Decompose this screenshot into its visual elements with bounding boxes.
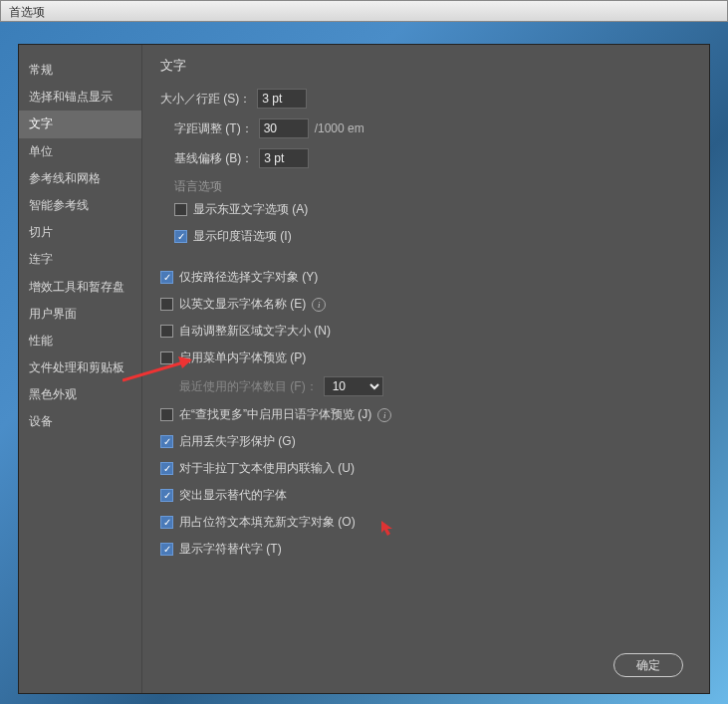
tracking-input[interactable] xyxy=(259,118,309,138)
menu-preview-label: 启用菜单内字体预览 (P) xyxy=(179,350,306,366)
language-section-label: 语言选项 xyxy=(174,178,691,195)
baseline-row: 基线偏移 (B)： xyxy=(174,148,691,168)
placeholder-fill-checkbox[interactable] xyxy=(160,516,173,529)
english-font-checkbox[interactable] xyxy=(160,298,173,311)
ok-button[interactable]: 确定 xyxy=(613,653,683,677)
indic-label: 显示印度语选项 (I) xyxy=(193,228,292,245)
jp-preview-label: 在“查找更多”中启用日语字体预览 (J) xyxy=(179,406,371,423)
checkbox-row-highlight-alt[interactable]: 突出显示替代的字体 xyxy=(160,487,691,504)
info-icon[interactable]: i xyxy=(312,298,326,312)
inline-input-checkbox[interactable] xyxy=(160,462,173,475)
ok-button-label: 确定 xyxy=(636,657,660,674)
size-input[interactable] xyxy=(257,89,307,109)
checkbox-row-auto-size[interactable]: 自动调整新区域文字大小 (N) xyxy=(160,323,691,340)
east-asian-checkbox[interactable] xyxy=(174,203,187,216)
placeholder-fill-label: 用占位符文本填充新文字对象 (O) xyxy=(179,514,356,531)
east-asian-checkbox-row[interactable]: 显示东亚文字选项 (A) xyxy=(174,201,691,218)
panel-heading: 文字 xyxy=(160,57,691,75)
checkbox-row-english-font[interactable]: 以英文显示字体名称 (E)i xyxy=(160,296,691,313)
sidebar-item-8[interactable]: 增效工具和暂存盘 xyxy=(19,274,141,301)
sidebar-item-12[interactable]: 黑色外观 xyxy=(19,381,141,408)
info-icon[interactable]: i xyxy=(377,408,391,422)
glyph-protect-label: 启用丢失字形保护 (G) xyxy=(179,433,296,450)
checkbox-row-placeholder-fill[interactable]: 用占位符文本填充新文字对象 (O) xyxy=(160,514,691,531)
sidebar-item-5[interactable]: 智能参考线 xyxy=(19,192,141,219)
sidebar-item-0[interactable]: 常规 xyxy=(19,57,141,84)
sidebar-item-4[interactable]: 参考线和网格 xyxy=(19,165,141,192)
recent-fonts-row: 最近使用的字体数目 (F)： 10 xyxy=(160,376,691,396)
baseline-label: 基线偏移 (B)： xyxy=(174,150,253,167)
checkbox-row-menu-preview[interactable]: 启用菜单内字体预览 (P) xyxy=(160,350,691,366)
window-title: 首选项 xyxy=(9,5,45,19)
menu-preview-checkbox[interactable] xyxy=(160,352,173,364)
sidebar-item-13[interactable]: 设备 xyxy=(19,408,141,435)
button-bar: 确定 xyxy=(613,653,683,677)
jp-preview-checkbox[interactable] xyxy=(160,408,173,421)
checkbox-row-jp-preview[interactable]: 在“查找更多”中启用日语字体预览 (J)i xyxy=(160,406,691,423)
glyph-protect-checkbox[interactable] xyxy=(160,435,173,448)
show-alt-glyph-checkbox[interactable] xyxy=(160,543,173,556)
baseline-input[interactable] xyxy=(259,148,309,168)
tracking-suffix: /1000 em xyxy=(315,121,364,135)
sidebar-item-6[interactable]: 切片 xyxy=(19,219,141,246)
sidebar: 常规选择和锚点显示文字单位参考线和网格智能参考线切片连字增效工具和暂存盘用户界面… xyxy=(19,45,142,693)
tracking-label: 字距调整 (T)： xyxy=(174,120,253,137)
sidebar-item-11[interactable]: 文件处理和剪贴板 xyxy=(19,354,141,381)
tracking-row: 字距调整 (T)： /1000 em xyxy=(174,118,691,138)
preferences-dialog: 常规选择和锚点显示文字单位参考线和网格智能参考线切片连字增效工具和暂存盘用户界面… xyxy=(18,44,710,694)
sidebar-item-3[interactable]: 单位 xyxy=(19,138,141,165)
inline-input-label: 对于非拉丁文本使用内联输入 (U) xyxy=(179,460,355,477)
path-select-checkbox[interactable] xyxy=(160,271,173,284)
recent-fonts-select[interactable]: 10 xyxy=(324,376,383,396)
indic-checkbox[interactable] xyxy=(174,230,187,243)
highlight-alt-label: 突出显示替代的字体 xyxy=(179,487,287,504)
titlebar: 首选项 xyxy=(0,0,728,22)
show-alt-glyph-label: 显示字符替代字 (T) xyxy=(179,541,282,558)
english-font-label: 以英文显示字体名称 (E) xyxy=(179,296,306,313)
sidebar-item-10[interactable]: 性能 xyxy=(19,328,141,354)
sidebar-item-9[interactable]: 用户界面 xyxy=(19,301,141,328)
auto-size-checkbox[interactable] xyxy=(160,325,173,338)
checkbox-row-path-select[interactable]: 仅按路径选择文字对象 (Y) xyxy=(160,269,691,286)
main-panel: 文字 大小／行距 (S)： 字距调整 (T)： /1000 em 基线偏移 (B… xyxy=(142,45,709,693)
size-row: 大小／行距 (S)： xyxy=(160,89,691,109)
checkbox-row-inline-input[interactable]: 对于非拉丁文本使用内联输入 (U) xyxy=(160,460,691,477)
auto-size-label: 自动调整新区域文字大小 (N) xyxy=(179,323,331,340)
checkbox-row-show-alt-glyph[interactable]: 显示字符替代字 (T) xyxy=(160,541,691,558)
size-label: 大小／行距 (S)： xyxy=(160,91,251,108)
recent-fonts-label: 最近使用的字体数目 (F)： xyxy=(179,378,318,395)
sidebar-item-2[interactable]: 文字 xyxy=(19,111,141,137)
sidebar-item-1[interactable]: 选择和锚点显示 xyxy=(19,84,141,111)
sidebar-item-7[interactable]: 连字 xyxy=(19,246,141,273)
east-asian-label: 显示东亚文字选项 (A) xyxy=(193,201,308,218)
path-select-label: 仅按路径选择文字对象 (Y) xyxy=(179,269,318,286)
indic-checkbox-row[interactable]: 显示印度语选项 (I) xyxy=(174,228,691,245)
highlight-alt-checkbox[interactable] xyxy=(160,489,173,502)
checkbox-row-glyph-protect[interactable]: 启用丢失字形保护 (G) xyxy=(160,433,691,450)
